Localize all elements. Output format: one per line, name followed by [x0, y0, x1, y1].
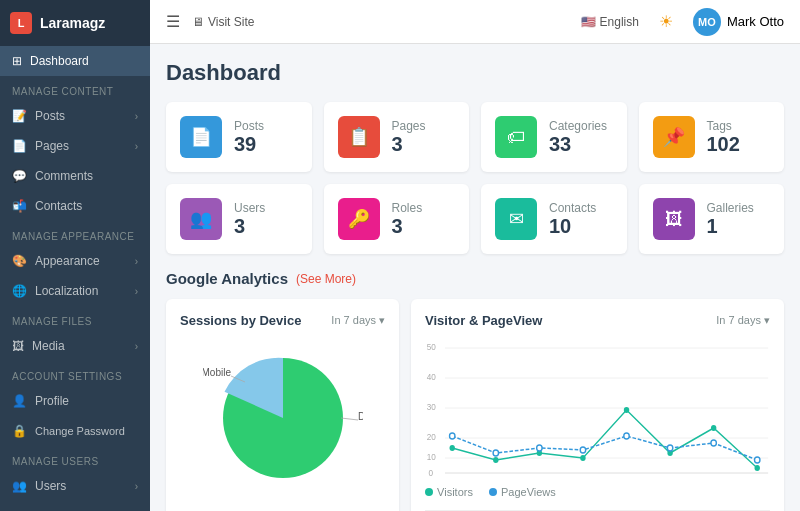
galleries-stat-icon: 🖼 — [653, 198, 695, 240]
svg-text:10: 10 — [427, 452, 436, 462]
contacts-stat-icon: ✉ — [495, 198, 537, 240]
monitor-icon: 🖥 — [192, 15, 204, 29]
svg-point-36 — [580, 447, 585, 453]
svg-text:40: 40 — [427, 372, 436, 382]
svg-text:50: 50 — [427, 342, 436, 352]
stat-card-contacts[interactable]: ✉ Contacts 10 — [481, 184, 627, 254]
svg-point-26 — [493, 457, 498, 463]
sidebar-item-contacts[interactable]: 📬Contacts — [0, 191, 150, 221]
appearance-icon: 🎨 — [12, 254, 27, 268]
svg-point-28 — [580, 455, 585, 461]
page-title: Dashboard — [166, 60, 784, 86]
sidebar-item-dashboard[interactable]: ⊞ Dashboard — [0, 46, 150, 76]
sessions-chart-card: Sessions by Device In 7 days ▾ Desktop M… — [166, 299, 399, 511]
section-manage-appearance: MANAGE APPEARANCE — [0, 225, 150, 246]
dashboard-icon: ⊞ — [12, 54, 22, 68]
categories-stat-icon: 🏷 — [495, 116, 537, 158]
svg-text:Mobile: Mobile — [203, 367, 231, 378]
visitor-chart-card: Visitor & PageView In 7 days ▾ 50 40 30 … — [411, 299, 784, 511]
section-manage-content: MANAGE CONTENT — [0, 80, 150, 101]
svg-point-29 — [624, 407, 629, 413]
roles-stat-icon: 🔑 — [338, 198, 380, 240]
svg-point-37 — [624, 433, 629, 439]
stat-card-tags[interactable]: 📌 Tags 102 — [639, 102, 785, 172]
sidebar-item-media[interactable]: 🖼Media › — [0, 331, 150, 361]
svg-point-39 — [711, 440, 716, 446]
svg-point-25 — [450, 445, 455, 451]
chevron-icon: › — [135, 141, 138, 152]
section-manage-users: MANAGE USERS — [0, 450, 150, 471]
svg-point-35 — [537, 445, 542, 451]
sidebar-item-pages[interactable]: 📄Pages › — [0, 131, 150, 161]
svg-point-34 — [493, 450, 498, 456]
tags-stat-icon: 📌 — [653, 116, 695, 158]
section-account-settings: ACCOUNT SETTINGS — [0, 365, 150, 386]
chevron-icon: › — [135, 481, 138, 492]
users-icon: 👥 — [12, 479, 27, 493]
sidebar-item-change-password[interactable]: 🔒Change Password — [0, 416, 150, 446]
users-stat-icon: 👥 — [180, 198, 222, 240]
user-name: Mark Otto — [727, 14, 784, 29]
language-label: English — [600, 15, 639, 29]
logo-icon: L — [10, 12, 32, 34]
pages-stat-icon: 📋 — [338, 116, 380, 158]
visit-site-link[interactable]: 🖥 Visit Site — [192, 15, 254, 29]
see-more-link[interactable]: (See More) — [296, 272, 356, 286]
analytics-grid: Sessions by Device In 7 days ▾ Desktop M… — [166, 299, 784, 511]
chart-legend: Visitors PageViews — [425, 486, 770, 498]
menu-toggle-button[interactable]: ☰ — [166, 12, 180, 31]
main-area: ☰ 🖥 Visit Site 🇺🇸 English ☀ MO Mark Otto… — [150, 0, 800, 511]
stat-card-roles[interactable]: 🔑 Roles 3 — [324, 184, 470, 254]
chevron-icon: › — [135, 111, 138, 122]
visitor-period[interactable]: In 7 days ▾ — [716, 314, 770, 327]
svg-point-31 — [711, 425, 716, 431]
flag-icon: 🇺🇸 — [581, 15, 596, 29]
language-selector[interactable]: 🇺🇸 English — [581, 15, 639, 29]
svg-text:30: 30 — [427, 402, 436, 412]
sidebar-item-localization[interactable]: 🌐Localization › — [0, 276, 150, 306]
sidebar-item-posts[interactable]: 📝Posts › — [0, 101, 150, 131]
media-icon: 🖼 — [12, 339, 24, 353]
svg-point-40 — [755, 457, 760, 463]
sidebar-item-comments[interactable]: 💬Comments — [0, 161, 150, 191]
sessions-chart-title: Sessions by Device — [180, 313, 301, 328]
stat-card-users[interactable]: 👥 Users 3 — [166, 184, 312, 254]
sessions-period[interactable]: In 7 days ▾ — [331, 314, 385, 327]
posts-icon: 📝 — [12, 109, 27, 123]
sidebar-item-appearance[interactable]: 🎨Appearance › — [0, 246, 150, 276]
stat-card-posts[interactable]: 📄 Posts 39 — [166, 102, 312, 172]
section-manage-settings: MANAGE SETTINGS — [0, 505, 150, 511]
analytics-title: Google Analytics — [166, 270, 288, 287]
visitor-chart-title: Visitor & PageView — [425, 313, 542, 328]
topbar: ☰ 🖥 Visit Site 🇺🇸 English ☀ MO Mark Otto — [150, 0, 800, 44]
theme-toggle-button[interactable]: ☀ — [659, 12, 673, 31]
chevron-icon: › — [135, 341, 138, 352]
stat-card-pages[interactable]: 📋 Pages 3 — [324, 102, 470, 172]
analytics-header: Google Analytics (See More) — [166, 270, 784, 287]
chevron-icon: › — [135, 256, 138, 267]
posts-stat-icon: 📄 — [180, 116, 222, 158]
user-menu[interactable]: MO Mark Otto — [693, 8, 784, 36]
stats-grid: 📄 Posts 39 📋 Pages 3 🏷 Categories 33 — [166, 102, 784, 254]
sidebar-item-profile[interactable]: 👤Profile — [0, 386, 150, 416]
stat-card-categories[interactable]: 🏷 Categories 33 — [481, 102, 627, 172]
pages-icon: 📄 — [12, 139, 27, 153]
dashboard-label: Dashboard — [30, 54, 89, 68]
svg-point-38 — [667, 445, 672, 451]
svg-point-33 — [450, 433, 455, 439]
sidebar: L Laramagz ⊞ Dashboard MANAGE CONTENT 📝P… — [0, 0, 150, 511]
comments-icon: 💬 — [12, 169, 27, 183]
svg-line-3 — [341, 418, 358, 420]
contacts-icon: 📬 — [12, 199, 27, 213]
sidebar-logo[interactable]: L Laramagz — [0, 0, 150, 46]
app-name: Laramagz — [40, 15, 105, 31]
sidebar-item-users[interactable]: 👥Users › — [0, 471, 150, 501]
svg-text:Desktop: Desktop — [358, 411, 363, 422]
stat-card-galleries[interactable]: 🖼 Galleries 1 — [639, 184, 785, 254]
profile-icon: 👤 — [12, 394, 27, 408]
avatar: MO — [693, 8, 721, 36]
svg-text:0: 0 — [429, 468, 434, 478]
localization-icon: 🌐 — [12, 284, 27, 298]
page-content: Dashboard 📄 Posts 39 📋 Pages 3 🏷 — [150, 44, 800, 511]
svg-point-32 — [755, 465, 760, 471]
